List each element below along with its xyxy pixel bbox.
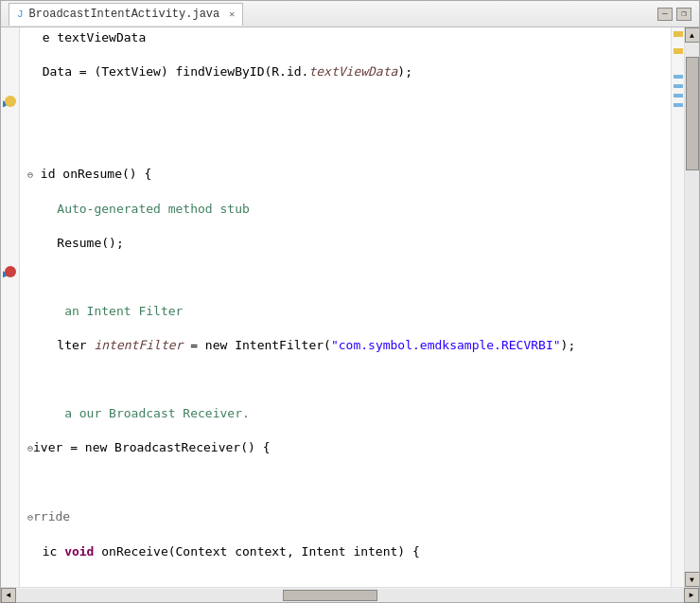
code-line-17 (27, 577, 671, 587)
code-line-4 (27, 132, 671, 149)
scroll-down-button[interactable]: ▼ (685, 572, 700, 587)
code-line-3 (27, 98, 671, 115)
code-line-10: lter intentFilter = new IntentFilter("co… (27, 337, 671, 354)
code-line-5: ⊖ id onResume() { (27, 166, 671, 184)
editor-tab[interactable]: J BroadcastIntentActivity.java ✕ (9, 3, 243, 26)
title-bar: J BroadcastIntentActivity.java ✕ — ❐ (1, 1, 699, 27)
h-scrollbar-thumb[interactable] (283, 590, 377, 601)
line-indicators: ▶ ▶ (1, 27, 20, 587)
mini-marker-4 (674, 84, 683, 88)
tab-label: BroadcastIntentActivity.java (29, 8, 220, 21)
scroll-up-button[interactable]: ▲ (685, 27, 700, 43)
code-line-16: ic void onReceive(Context context, Inten… (27, 543, 671, 560)
code-pre: e textViewData Data = (TextView) findVie… (20, 27, 671, 587)
code-line-8 (27, 269, 671, 286)
code-line-9: an Intent Filter (27, 303, 671, 320)
code-line-7: Resume(); (27, 235, 671, 252)
warning-indicator (5, 96, 16, 107)
code-editor[interactable]: e textViewData Data = (TextView) findVie… (20, 27, 671, 587)
code-line-11 (27, 371, 671, 388)
close-icon[interactable]: ✕ (229, 9, 235, 20)
mini-marker-5 (674, 94, 683, 98)
horizontal-scrollbar[interactable]: ◄ ► (1, 587, 699, 602)
main-window: J BroadcastIntentActivity.java ✕ — ❐ ▶ ▶… (0, 0, 700, 603)
java-file-icon: J (17, 9, 24, 20)
code-line-13: ⊖iver = new BroadcastReceiver() { (27, 439, 671, 457)
scroll-right-button[interactable]: ► (684, 588, 699, 603)
code-line-2: Data = (TextView) findViewByID(R.id.text… (27, 63, 671, 80)
code-line-15: ⊖rride (27, 508, 671, 526)
window-controls: — ❐ (657, 8, 691, 21)
minimize-button[interactable]: — (657, 8, 673, 21)
h-scrollbar-track[interactable] (16, 589, 684, 602)
scrollbar-track[interactable] (685, 43, 699, 572)
mini-marker-1 (674, 31, 683, 37)
vertical-scrollbar[interactable]: ▲ ▼ (684, 27, 699, 587)
code-line-12: a our Broadcast Receiver. (27, 405, 671, 422)
mini-marker-6 (674, 103, 683, 107)
error-indicator (5, 266, 16, 277)
code-line-14 (27, 474, 671, 491)
editor-main-area: ▶ ▶ e textViewData Data = (TextView) fin… (1, 27, 699, 587)
scrollbar-thumb[interactable] (686, 57, 699, 170)
mini-marker-2 (674, 48, 683, 54)
scroll-left-button[interactable]: ◄ (1, 588, 16, 603)
code-line-6: Auto-generated method stub (27, 201, 671, 218)
mini-marker-3 (674, 75, 683, 79)
restore-button[interactable]: ❐ (676, 8, 691, 21)
code-line-1: e textViewData (27, 29, 671, 46)
right-mini-map (671, 27, 684, 587)
